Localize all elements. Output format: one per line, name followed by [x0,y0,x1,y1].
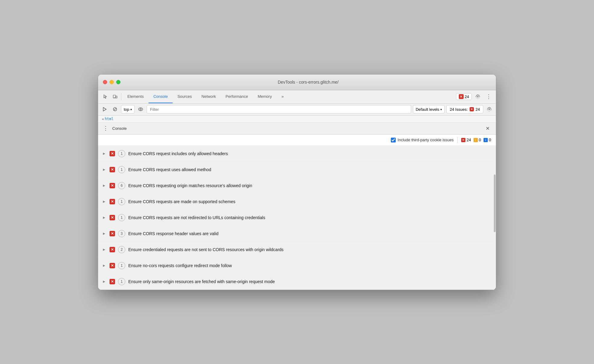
scrollbar-thumb[interactable] [494,174,496,232]
more-options-button[interactable]: ⋮ [484,92,493,101]
issue-error-icon: ✕ [110,183,115,188]
error-icon: ✕ [459,94,464,99]
issue-error-icon: ✕ [110,263,115,268]
issue-error-icon: ✕ [110,167,115,172]
count-error-icon: ✕ [461,138,465,142]
issue-row[interactable]: ▶ ✕ 2 Ensure credentialed requests are n… [98,242,496,258]
clear-button[interactable] [111,105,119,113]
expand-arrow: ▶ [103,216,105,219]
levels-value: Default levels [416,107,439,112]
issue-error-icon: ✕ [110,247,115,252]
expand-arrow: ▶ [103,280,105,283]
select-element-button[interactable] [101,92,110,101]
toolbar-right: ✕ 24 ⋮ [456,92,493,101]
cookie-filter-text: Include third-party cookie issues [398,138,454,142]
ellipsis-icon: ⋮ [486,93,492,100]
window-title: DevTools - cors-errors.glitch.me/ [125,80,491,85]
play-icon [103,107,107,111]
cookie-filter-label[interactable]: Include third-party cookie issues [391,138,454,142]
console-toolbar: top ▾ Default levels ▾ 24 Issues: ✕ 24 [98,104,496,116]
issue-count-badge: 2 [118,246,125,253]
breadcrumb: ◂ html [98,116,496,123]
issue-row[interactable]: ▶ ✕ 1 Ensure CORS requests are not redir… [98,210,496,226]
tab-more[interactable]: » [277,90,289,103]
levels-dropdown-icon: ▾ [440,108,442,111]
issue-row[interactable]: ▶ ✕ 1 Ensure only same-origin resources … [98,274,496,290]
levels-selector[interactable]: Default levels ▾ [413,105,445,113]
issue-count-badge: 3 [118,230,125,237]
count-info-icon: i [484,138,488,142]
issue-row[interactable]: ▶ ✕ 6 Ensure CORS requesting origin matc… [98,178,496,194]
issues-count: 24 [476,107,480,112]
issue-error-icon: ✕ [110,199,115,204]
issue-text: Ensure no-cors requests configure redire… [128,263,232,268]
console-settings-button[interactable] [485,105,493,113]
issues-list-container: ▶ ✕ 1 Ensure CORS request includes only … [98,146,496,290]
cursor-icon [103,94,108,99]
settings-button[interactable] [473,92,483,101]
svg-marker-3 [103,107,106,111]
gear-icon [475,94,480,99]
issue-count-badge: 1 [118,262,125,269]
cookie-filter-checkbox[interactable] [391,138,396,142]
tab-elements[interactable]: Elements [123,90,148,103]
issue-text: Ensure credentialed requests are not sen… [128,247,283,252]
issue-count-badge: 1 [118,166,125,173]
issue-row[interactable]: ▶ ✕ 1 Ensure CORS request includes only … [98,146,496,162]
context-selector[interactable]: top ▾ [121,105,135,113]
tab-bar: Elements Console Sources Network Perform… [123,90,456,103]
issue-count-badge: 6 [118,182,125,189]
error-count-number: 24 [467,138,471,142]
issues-panel-header: ⋮ Console ✕ [98,123,496,135]
minimize-button[interactable] [110,80,114,84]
error-count-label: 24 [465,94,469,99]
svg-rect-1 [116,96,117,98]
maximize-button[interactable] [116,80,120,84]
error-count-badge[interactable]: ✕ 24 [456,93,472,100]
count-warning-icon: ! [474,138,478,142]
issue-text: Ensure CORS request includes only allowe… [128,151,228,156]
issue-row[interactable]: ▶ ✕ 3 Ensure CORS response header values… [98,226,496,242]
issue-text: Ensure CORS request uses allowed method [128,167,211,172]
panel-menu-dots[interactable]: ⋮ [103,125,109,132]
expand-arrow: ▶ [103,168,105,171]
info-count-item: i 0 [484,138,491,142]
issue-count-badge: 1 [118,198,125,205]
context-value: top [124,107,129,112]
expand-arrow: ▶ [103,264,105,267]
tab-console[interactable]: Console [148,90,173,103]
clear-icon [113,107,117,111]
expand-arrow: ▶ [103,200,105,203]
issues-badge[interactable]: 24 Issues: ✕ 24 [446,105,483,113]
expand-arrow: ▶ [103,184,105,187]
close-panel-button[interactable]: ✕ [484,125,491,132]
issue-row[interactable]: ▶ ✕ 1 Ensure no-cors requests configure … [98,258,496,274]
issue-text: Ensure CORS requests are made on support… [128,199,235,204]
close-button[interactable] [103,80,107,84]
breadcrumb-item[interactable]: html [105,117,113,121]
devtools-window: DevTools - cors-errors.glitch.me/ E [98,74,496,290]
issue-row[interactable]: ▶ ✕ 1 Ensure CORS request uses allowed m… [98,162,496,178]
devtools-body: Elements Console Sources Network Perform… [98,90,496,290]
tab-network[interactable]: Network [197,90,221,103]
issue-text: Ensure CORS requests are not redirected … [128,215,265,220]
context-dropdown-icon: ▾ [130,108,132,111]
scrollbar-track[interactable] [493,146,496,290]
run-button[interactable] [101,105,109,113]
tab-memory[interactable]: Memory [253,90,277,103]
issue-row[interactable]: ▶ ✕ 1 Ensure CORS requests are made on s… [98,194,496,210]
issue-error-icon: ✕ [110,279,115,284]
svg-point-6 [139,108,143,111]
device-toolbar-button[interactable] [110,92,120,101]
breadcrumb-arrow: ◂ [102,117,104,121]
error-count-item: ✕ 24 [461,138,471,142]
tab-performance[interactable]: Performance [221,90,253,103]
issue-text: Ensure only same-origin resources are fe… [128,279,275,284]
issue-count-badge: 1 [118,150,125,157]
warning-count-item: ! 0 [474,138,481,142]
tab-sources[interactable]: Sources [173,90,197,103]
title-bar: DevTools - cors-errors.glitch.me/ [98,75,496,90]
eye-button[interactable] [136,105,145,113]
divider [121,93,121,100]
filter-input[interactable] [147,105,411,113]
